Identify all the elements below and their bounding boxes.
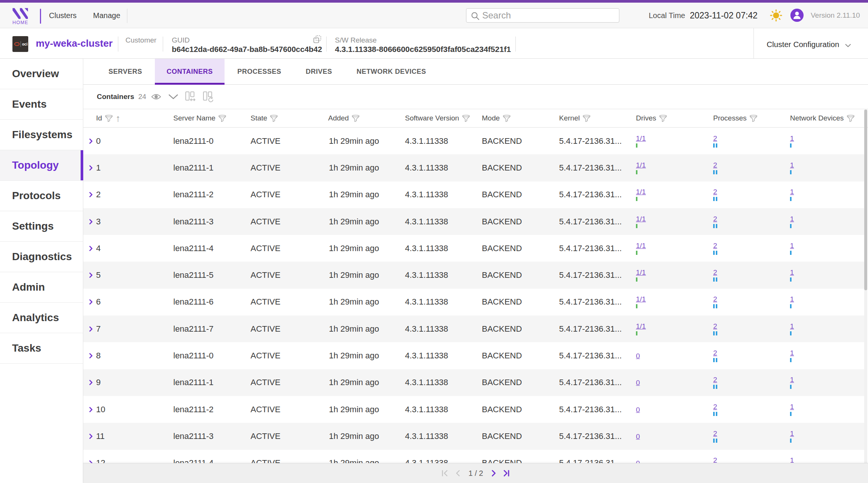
svg-text:oci: oci [22, 42, 28, 46]
